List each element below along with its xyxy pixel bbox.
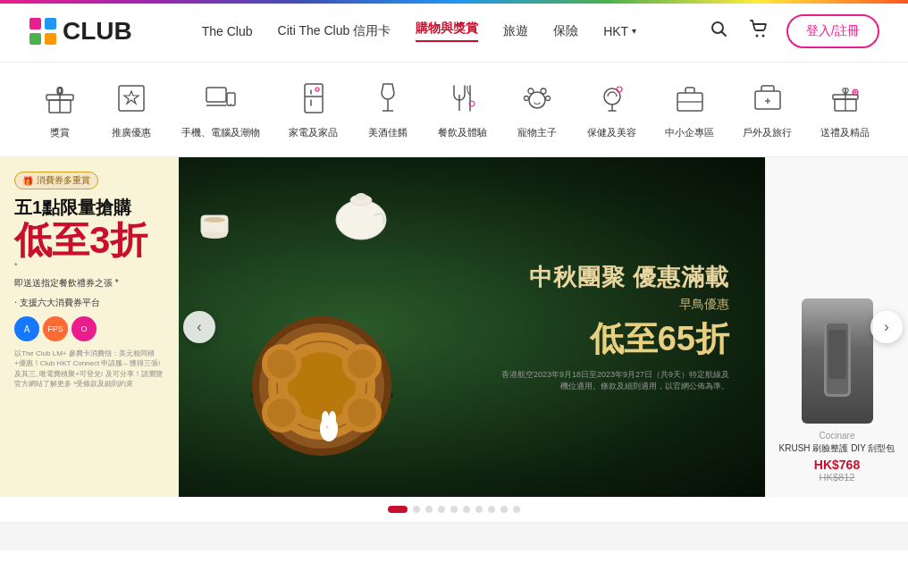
svg-point-7 <box>762 35 765 38</box>
dot-0[interactable] <box>388 506 408 513</box>
svg-line-5 <box>722 32 727 37</box>
slider-dots <box>0 497 908 522</box>
nav-shopping[interactable]: 購物與獎賞 <box>416 21 478 42</box>
cart-icon <box>749 19 769 38</box>
cat-item-tech[interactable]: 手機、電腦及潮物 <box>167 73 274 146</box>
dot-3[interactable] <box>438 506 445 513</box>
travel-icon <box>750 80 786 121</box>
nav-hkt-dropdown[interactable]: HKT ▾ <box>603 24 636 38</box>
dot-8[interactable] <box>500 506 508 513</box>
nav-travel[interactable]: 旅遊 <box>503 23 528 39</box>
banner-text: 中秋團聚 優惠滿載 早鳥優惠 低至65折 香港航空2023年9月18日至2023… <box>497 263 729 392</box>
svg-rect-10 <box>119 86 144 111</box>
banner-background: 中秋團聚 優惠滿載 早鳥優惠 低至65折 香港航空2023年9月18日至2023… <box>179 157 765 497</box>
svg-point-27 <box>528 88 534 94</box>
mooncake-scene <box>179 157 501 497</box>
login-button[interactable]: 登入/註冊 <box>786 14 879 48</box>
svg-point-67 <box>202 231 227 239</box>
promo-discount: 低至3折 <box>14 222 147 259</box>
banner-subtitle: 早鳥優惠 <box>497 298 729 314</box>
dot-9[interactable] <box>513 506 520 513</box>
cat-item-pet[interactable]: 寵物主子 <box>501 73 573 146</box>
cat-item-travel[interactable]: 戶外及旅行 <box>728 73 806 146</box>
svg-point-6 <box>756 35 759 38</box>
cat-item-home[interactable]: 家電及家品 <box>274 73 352 146</box>
product-img-illustration <box>811 316 864 406</box>
search-button[interactable] <box>706 16 731 46</box>
cat-label-gifts: 送禮及精品 <box>820 126 870 139</box>
cat-item-wine[interactable]: 美酒佳餚 <box>352 73 424 146</box>
cat-label-rewards: 獎賞 <box>50 126 70 139</box>
svg-point-55 <box>267 349 296 378</box>
header: CLUB The Club Citi The Club 信用卡 購物與獎賞 旅遊… <box>0 0 908 63</box>
nav-insurance[interactable]: 保險 <box>553 23 578 39</box>
mooncake-illustration <box>232 297 411 475</box>
svg-point-45 <box>336 200 386 239</box>
product-image <box>802 298 873 424</box>
promo-logos: A FPS O <box>14 316 97 341</box>
svg-point-33 <box>617 87 622 92</box>
slider-section: 🎁 消費券多重賞 五1點限量搶購 低至3折 * 即送送指定餐飲禮券之張 * ‧ … <box>0 157 908 497</box>
logo-alipay: A <box>14 316 39 341</box>
svg-point-68 <box>204 217 225 223</box>
pet-icon <box>519 80 555 121</box>
dot-6[interactable] <box>475 506 483 513</box>
giftbox-icon <box>828 80 863 121</box>
cat-label-wine: 美酒佳餚 <box>368 126 408 139</box>
tea-cups <box>197 211 232 242</box>
dot-2[interactable] <box>425 506 433 513</box>
nav-citi[interactable]: Citi The Club 信用卡 <box>278 23 391 39</box>
nav-the-club[interactable]: The Club <box>202 24 253 38</box>
cat-label-tech: 手機、電腦及潮物 <box>181 126 260 139</box>
dot-5[interactable] <box>463 506 470 513</box>
svg-point-30 <box>546 97 551 101</box>
cat-item-beauty[interactable]: 保健及美容 <box>573 73 651 146</box>
dot-4[interactable] <box>450 506 458 513</box>
dot-1[interactable] <box>413 506 420 513</box>
svg-point-64 <box>329 411 336 425</box>
svg-marker-11 <box>124 91 139 104</box>
teapot-illustration <box>325 184 397 247</box>
logo[interactable]: CLUB <box>29 17 132 46</box>
svg-rect-14 <box>227 93 235 105</box>
cat-label-beauty: 保健及美容 <box>587 126 636 139</box>
cat-label-promo: 推廣優惠 <box>112 126 151 139</box>
star-icon <box>114 80 149 121</box>
svg-rect-16 <box>305 84 323 113</box>
svg-point-65 <box>326 426 329 429</box>
cat-item-gifts[interactable]: 送禮及精品 <box>806 73 884 146</box>
search-icon <box>710 20 727 38</box>
logo-icon <box>29 17 57 46</box>
svg-point-26 <box>529 92 545 108</box>
svg-point-20 <box>315 88 319 91</box>
fridge-icon <box>296 80 332 121</box>
cat-item-sme[interactable]: 中小企專區 <box>651 73 728 146</box>
promo-asterisk: * <box>14 261 18 270</box>
banner-title: 中秋團聚 優惠滿載 <box>497 263 729 294</box>
product-price-original: HK$812 <box>820 472 855 483</box>
briefcase-icon <box>672 80 708 121</box>
cat-item-rewards[interactable]: 獎賞 <box>24 73 96 146</box>
slider-prev-button[interactable]: ‹ <box>183 311 215 343</box>
promo-platform: ‧ 支援六大消費券平台 <box>14 297 100 309</box>
dot-7[interactable] <box>488 506 495 513</box>
svg-rect-0 <box>29 18 41 29</box>
product-price: HK$768 <box>814 458 860 472</box>
cart-button[interactable] <box>745 15 772 46</box>
logo-fps: FPS <box>43 316 68 341</box>
product-brand: Cocinare <box>819 431 854 441</box>
svg-point-28 <box>541 88 546 94</box>
chevron-down-icon: ▾ <box>632 26 636 36</box>
svg-point-61 <box>348 399 376 427</box>
svg-rect-1 <box>45 18 56 29</box>
cat-label-pet: 寵物主子 <box>517 126 557 139</box>
dining-icon <box>445 80 481 121</box>
svg-rect-2 <box>29 33 41 45</box>
cat-item-promo[interactable]: 推廣優惠 <box>96 73 167 146</box>
cat-item-dining[interactable]: 餐飲及體驗 <box>424 73 501 146</box>
svg-point-47 <box>356 193 366 200</box>
svg-point-63 <box>322 411 329 425</box>
svg-rect-3 <box>45 33 56 45</box>
logo-octo: O <box>71 316 97 341</box>
slider-next-button[interactable]: › <box>870 311 903 343</box>
